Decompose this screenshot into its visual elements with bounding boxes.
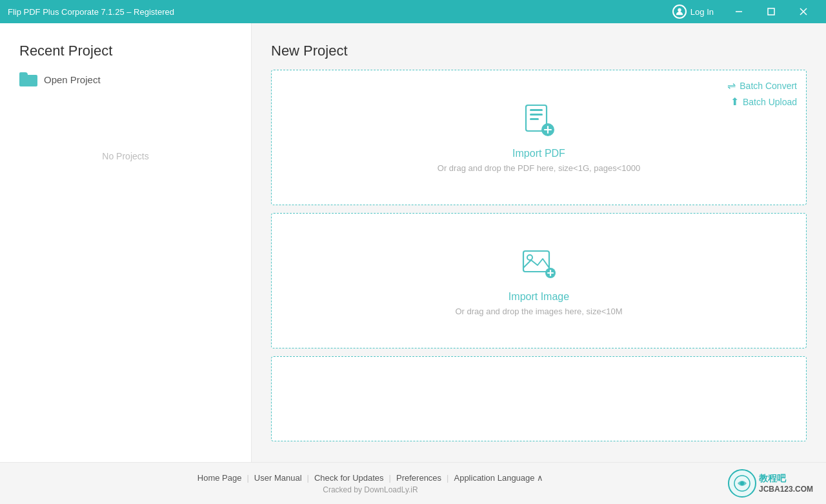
app-title: Flip PDF Plus Corporate 7.1.25 – Registe…: [8, 7, 174, 17]
svg-point-0: [678, 8, 681, 12]
footer-link-preferences[interactable]: Preferences: [391, 473, 447, 483]
sidebar-title: Recent Project: [19, 43, 232, 59]
footer-links: Home Page | User Manual | Check for Upda…: [13, 473, 728, 494]
batch-upload-button[interactable]: ⬆ Batch Upload: [730, 96, 797, 108]
no-projects-label: No Projects: [19, 151, 232, 161]
right-panel: New Project ⇌ Batch Convert ⬆ Batch Uplo…: [252, 23, 826, 462]
image-drop-zone[interactable]: Import Image Or drag and drop the images…: [271, 213, 807, 348]
batch-convert-label: Batch Convert: [740, 81, 797, 91]
logo-text-top: 教程吧: [759, 473, 813, 485]
logo-text-bottom: JCBA123.COM: [759, 485, 813, 494]
titlebar: Flip PDF Plus Corporate 7.1.25 – Registe…: [0, 0, 826, 23]
svg-point-13: [527, 255, 532, 260]
open-project-button[interactable]: Open Project: [19, 72, 232, 86]
main-content: Recent Project Open Project No Projects …: [0, 23, 826, 462]
image-import-hint: Or drag and drop the images here, size<1…: [455, 307, 622, 316]
batch-upload-label: Batch Upload: [743, 97, 797, 107]
footer: Home Page | User Manual | Check for Upda…: [0, 462, 826, 504]
close-button[interactable]: [789, 0, 818, 23]
login-label: Log In: [690, 7, 714, 17]
footer-link-manual[interactable]: User Manual: [249, 473, 307, 483]
footer-link-home[interactable]: Home Page: [192, 473, 247, 483]
open-project-label: Open Project: [44, 74, 101, 85]
titlebar-controls: Log In: [672, 0, 818, 23]
pdf-drop-zone[interactable]: ⇌ Batch Convert ⬆ Batch Upload: [271, 70, 807, 205]
folder-icon: [19, 72, 37, 86]
footer-links-row: Home Page | User Manual | Check for Upda…: [192, 473, 549, 483]
svg-rect-6: [530, 109, 543, 111]
image-icon: [521, 246, 557, 285]
pdf-import-label: Import PDF: [512, 148, 565, 159]
batch-actions: ⇌ Batch Convert ⬆ Batch Upload: [727, 79, 797, 108]
minimize-button[interactable]: [724, 0, 754, 23]
batch-convert-button[interactable]: ⇌ Batch Convert: [727, 79, 797, 92]
third-drop-zone[interactable]: [271, 356, 807, 441]
sidebar: Recent Project Open Project No Projects: [0, 23, 252, 462]
pdf-icon: [521, 103, 557, 141]
new-project-title: New Project: [271, 43, 807, 59]
login-button[interactable]: Log In: [672, 5, 714, 19]
svg-rect-7: [530, 114, 543, 116]
image-import-label: Import Image: [509, 291, 569, 303]
user-icon: [672, 5, 687, 19]
footer-link-updates[interactable]: Check for Updates: [309, 473, 389, 483]
footer-link-language[interactable]: Application Language ∧: [448, 473, 549, 483]
footer-cracked: Cracked by DownLoadLy.iR: [323, 485, 418, 494]
pdf-import-hint: Or drag and drop the PDF here, size<1G, …: [438, 163, 640, 173]
svg-point-18: [740, 481, 744, 485]
logo-circle-icon: [728, 469, 756, 498]
svg-rect-8: [530, 118, 539, 120]
maximize-button[interactable]: [756, 0, 786, 23]
svg-rect-2: [768, 8, 774, 15]
logo-text: 教程吧 JCBA123.COM: [759, 473, 813, 494]
batch-upload-icon: ⬆: [730, 96, 739, 108]
footer-logo: 教程吧 JCBA123.COM: [728, 469, 813, 498]
batch-convert-icon: ⇌: [727, 79, 736, 92]
